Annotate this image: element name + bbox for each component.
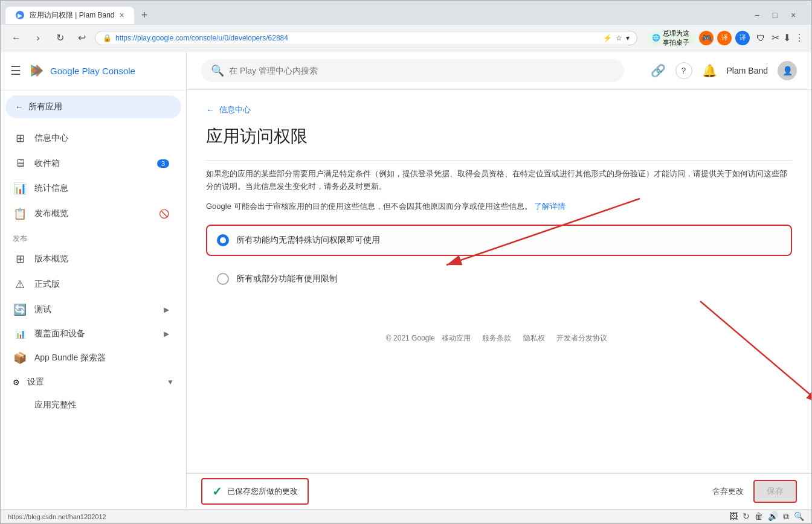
description-text-1: 如果您的应用的某些部分需要用户满足特定条件（例如，提供登录凭据、取得会员资格、在…: [206, 168, 792, 193]
notifications-icon[interactable]: 🔔: [702, 63, 717, 78]
dropdown-icon[interactable]: ▾: [626, 34, 630, 42]
browser-window: ▶ 应用访问权限 | Plam Band × + − □ × ← › ↻ ↩ 🔒…: [0, 0, 812, 524]
more-icon[interactable]: 译: [735, 31, 750, 45]
sidebar-item-app-integrity[interactable]: 应用完整性: [1, 394, 181, 417]
footer-link-terms[interactable]: 服务条款: [482, 334, 511, 342]
security-lock-icon: 🔒: [103, 34, 112, 42]
sidebar-item-label: App Bundle 探索器: [34, 353, 106, 363]
extensions-icon[interactable]: 🎮: [699, 31, 714, 45]
breadcrumb[interactable]: ← 信息中心: [206, 104, 792, 115]
main-content-wrapper: 🔍 🔗 ? 🔔 Plam Band 👤 ← 信息中心: [187, 51, 811, 509]
app-container: ☰ Google Play Console ←: [1, 51, 811, 509]
search-bottom-icon[interactable]: 🔍: [794, 511, 804, 522]
user-avatar[interactable]: 👤: [778, 61, 797, 80]
app-integrity-label: 应用完整性: [34, 400, 77, 411]
sidebar-item-settings[interactable]: ⚙ 设置 ▼: [1, 371, 186, 394]
tab-bar: ▶ 应用访问权限 | Plam Band × + − □ ×: [1, 1, 811, 25]
speaker-icon[interactable]: 🔊: [768, 511, 778, 522]
dashboard-icon: ⊞: [13, 132, 27, 145]
footer-link-privacy[interactable]: 隐私权: [523, 334, 545, 342]
saved-status: ✓ 已保存您所做的更改: [201, 478, 309, 505]
option-no-restriction[interactable]: 所有功能均无需特殊访问权限即可使用: [206, 225, 792, 256]
content-area: ← 信息中心 应用访问权限 如果您的应用的某些部分需要用户满足特定条件（例如，提…: [187, 90, 811, 473]
status-url: https://blog.csdn.net/han1202012: [8, 513, 106, 520]
sidebar-item-production[interactable]: ⚠ 正式版: [1, 272, 181, 297]
discard-button[interactable]: 舍弃更改: [712, 486, 744, 497]
description-text-2: Google 可能会出于审核应用的目的使用这些信息，但不会因其他原因而分享或使用…: [206, 200, 792, 213]
inbox-badge: 3: [157, 159, 169, 168]
sidebar-item-version-overview[interactable]: ⊞ 版本概览: [1, 246, 181, 272]
reload-button[interactable]: ↻: [51, 30, 68, 46]
more-menu-icon[interactable]: ⋮: [794, 32, 804, 43]
inbox-icon: 🖥: [13, 157, 27, 170]
search-input[interactable]: [229, 66, 614, 75]
maximize-button[interactable]: □: [767, 9, 784, 21]
new-tab-button[interactable]: +: [137, 7, 153, 24]
link-icon[interactable]: 🔗: [651, 63, 666, 78]
scissors-icon[interactable]: ✂: [772, 32, 779, 43]
hamburger-menu-icon[interactable]: ☰: [8, 61, 24, 80]
sidebar: ☰ Google Play Console ←: [1, 51, 187, 509]
profile-chip[interactable]: 🌐 总理为这事拍桌子: [647, 31, 695, 45]
bookmark-icon[interactable]: ☆: [616, 34, 622, 42]
help-icon[interactable]: ?: [675, 62, 692, 79]
option-has-restriction[interactable]: 所有或部分功能有使用限制: [206, 263, 792, 295]
back-button[interactable]: ←: [8, 30, 25, 46]
trash-icon[interactable]: 🗑: [755, 511, 763, 522]
sidebar-item-label: 信息中心: [34, 133, 68, 144]
learn-more-link[interactable]: 了解详情: [534, 202, 566, 211]
download-arrow-icon[interactable]: ⬇: [783, 32, 791, 43]
options-container: 所有功能均无需特殊访问权限即可使用 所有或部分功能有使用限制: [206, 225, 792, 295]
translate-icon[interactable]: 译: [717, 31, 732, 45]
browser-status-bar: https://blog.csdn.net/han1202012 🖼 ↻ 🗑 🔊…: [1, 509, 811, 523]
google-play-console-label: Google Play Console: [50, 66, 135, 76]
sidebar-item-release-overview[interactable]: 📋 发布概览 🚫: [1, 201, 181, 226]
back-arrow-icon: ←: [15, 102, 24, 112]
coverage-icon: 📊: [13, 329, 27, 339]
sidebar-item-dashboard[interactable]: ⊞ 信息中心: [1, 126, 181, 151]
chevron-down-icon: ▼: [167, 378, 174, 386]
all-apps-label: 所有应用: [28, 101, 62, 112]
chevron-right-icon: ▶: [164, 305, 169, 314]
toolbar-icons: 🌐 总理为这事拍桌子 🎮 译 译 🛡 ✂ ⬇ ⋮: [647, 31, 804, 45]
sidebar-item-coverage[interactable]: 📊 覆盖面和设备 ▶: [1, 322, 181, 345]
chevron-right-icon-2: ▶: [164, 330, 169, 338]
copy-icon[interactable]: ⧉: [783, 511, 789, 522]
shield-icon[interactable]: 🛡: [753, 31, 768, 45]
url-bar[interactable]: 🔒 https://play.google.com/console/u/0/de…: [95, 31, 637, 45]
check-icon: ✓: [212, 484, 222, 499]
sidebar-item-stats[interactable]: 📊 统计信息: [1, 176, 181, 201]
close-button[interactable]: ×: [785, 9, 802, 21]
forward-button[interactable]: ›: [30, 30, 47, 46]
main-content: 🔍 🔗 ? 🔔 Plam Band 👤 ← 信息中心: [187, 51, 811, 473]
sidebar-item-app-bundle[interactable]: 📦 App Bundle 探索器: [1, 345, 181, 371]
stats-icon: 📊: [13, 182, 27, 195]
minimize-button[interactable]: −: [749, 9, 765, 21]
bottom-actions: 舍弃更改 保存: [712, 480, 797, 503]
sidebar-item-inbox[interactable]: 🖥 收件箱 3: [1, 151, 181, 176]
all-apps-button[interactable]: ← 所有应用: [5, 95, 181, 118]
top-bar: 🔍 🔗 ? 🔔 Plam Band 👤: [187, 51, 811, 90]
back-history-button[interactable]: ↩: [73, 30, 90, 46]
loop-icon[interactable]: ↻: [743, 511, 750, 522]
window-controls: − □ ×: [749, 9, 807, 21]
option-label-1: 所有功能均无需特殊访问权限即可使用: [236, 235, 380, 246]
search-box[interactable]: 🔍: [201, 59, 624, 82]
picture-icon[interactable]: 🖼: [729, 511, 738, 522]
footer-link-mobile[interactable]: 移动应用: [442, 334, 471, 342]
disabled-icon: 🚫: [159, 209, 169, 219]
footer-link-agreement[interactable]: 开发者分发协议: [556, 334, 607, 342]
top-bar-actions: 🔗 ? 🔔 Plam Band 👤: [651, 61, 797, 80]
bottom-bar: ✓ 已保存您所做的更改 舍弃更改 保存: [187, 473, 811, 509]
tab-close-button[interactable]: ×: [119, 10, 124, 20]
sidebar-item-testing[interactable]: 🔄 测试 ▶: [1, 297, 181, 322]
version-overview-icon: ⊞: [13, 252, 27, 266]
svg-text:▶: ▶: [18, 12, 22, 19]
save-button[interactable]: 保存: [753, 480, 797, 503]
active-tab[interactable]: ▶ 应用访问权限 | Plam Band ×: [5, 7, 134, 24]
sidebar-nav: ⊞ 信息中心 🖥 收件箱 3 📊 统计信息 📋 发布概览 🚫 发布: [1, 123, 186, 419]
search-icon: 🔍: [211, 64, 224, 77]
sidebar-item-label: 版本概览: [34, 254, 68, 264]
divider: [206, 160, 792, 161]
radio-selected-icon: [217, 234, 229, 246]
